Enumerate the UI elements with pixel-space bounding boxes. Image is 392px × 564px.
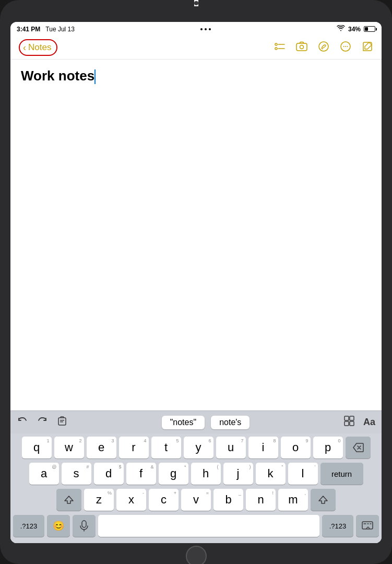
numbers-key-left[interactable]: .?123 — [13, 515, 44, 537]
keyboard-area: "notes" note's Aa — [10, 410, 382, 543]
key-c[interactable]: +c — [149, 489, 179, 511]
battery-fill — [365, 27, 368, 31]
note-content[interactable]: Work notes — [10, 60, 382, 410]
wifi-icon — [337, 25, 345, 33]
key-b[interactable]: _b — [213, 489, 243, 511]
suggestion-2[interactable]: note's — [211, 416, 250, 429]
key-a[interactable]: @a — [29, 463, 59, 485]
key-h[interactable]: (h — [191, 463, 221, 485]
key-k[interactable]: "k — [256, 463, 286, 485]
more-icon[interactable] — [340, 41, 351, 55]
key-i[interactable]: 8i — [248, 437, 278, 459]
status-left: 3:41 PM Tue Jul 13 — [17, 26, 75, 33]
checklist-icon[interactable] — [274, 41, 286, 55]
return-key[interactable]: return — [320, 463, 363, 485]
svg-rect-14 — [345, 416, 349, 420]
svg-rect-17 — [350, 421, 354, 426]
key-e[interactable]: 3e — [87, 437, 116, 459]
key-g[interactable]: *g — [159, 463, 188, 485]
nav-right — [274, 41, 373, 55]
key-y[interactable]: 6y — [184, 437, 213, 459]
font-icon[interactable]: Aa — [363, 417, 375, 428]
svg-point-1 — [275, 48, 277, 50]
key-row-4: .?123 😊 — [12, 515, 380, 537]
compose-icon[interactable] — [362, 41, 373, 55]
home-button-area — [186, 548, 207, 564]
redo-icon[interactable] — [37, 415, 48, 429]
status-bar: 3:41 PM Tue Jul 13 34% — [10, 22, 382, 37]
toolbar-left — [17, 415, 68, 429]
key-j[interactable]: )j — [223, 463, 253, 485]
status-right: 34% — [337, 25, 375, 33]
back-label: Notes — [28, 42, 51, 53]
svg-point-8 — [343, 46, 345, 47]
status-dot-2 — [205, 28, 207, 30]
numbers-key-right[interactable]: .?123 — [322, 515, 353, 537]
shift-key-right[interactable] — [311, 489, 336, 511]
status-center — [200, 28, 211, 30]
status-dot-3 — [209, 28, 211, 30]
svg-rect-15 — [350, 416, 354, 420]
clipboard-icon[interactable] — [56, 415, 68, 429]
status-time: 3:41 PM — [17, 26, 40, 33]
key-t[interactable]: 5t — [151, 437, 181, 459]
nav-left: ‹ Notes — [19, 39, 57, 56]
markup-icon[interactable] — [318, 41, 329, 55]
suggestions-bar: "notes" note's — [68, 416, 343, 429]
key-d[interactable]: $d — [94, 463, 124, 485]
status-dot-1 — [200, 28, 203, 30]
svg-point-10 — [347, 46, 348, 47]
keyboard-toolbar: "notes" note's Aa — [10, 410, 382, 433]
toolbar-right: Aa — [343, 415, 375, 429]
svg-point-0 — [275, 43, 277, 45]
undo-icon[interactable] — [17, 415, 28, 429]
key-o[interactable]: 9o — [281, 437, 311, 459]
note-title: Work notes — [21, 68, 371, 84]
svg-point-9 — [345, 46, 346, 47]
svg-rect-16 — [345, 421, 349, 426]
svg-point-5 — [300, 45, 304, 49]
svg-rect-13 — [60, 421, 63, 422]
key-s[interactable]: #s — [62, 463, 91, 485]
key-z[interactable]: %z — [84, 489, 114, 511]
svg-rect-4 — [296, 43, 307, 51]
top-bar — [194, 0, 198, 6]
keyboard: 1q 2w 3e 4r 5t 6y 7u 8i 9o 0p — [10, 433, 382, 543]
key-l[interactable]: 'l — [288, 463, 318, 485]
key-v[interactable]: =v — [181, 489, 211, 511]
key-row-1: 1q 2w 3e 4r 5t 6y 7u 8i 9o 0p — [12, 437, 380, 459]
key-row-3: %z -x +c =v _b !n ,m — [12, 489, 380, 511]
shift-key-left[interactable] — [56, 489, 81, 511]
home-button[interactable] — [186, 546, 207, 564]
text-cursor — [94, 69, 96, 84]
key-x[interactable]: -x — [116, 489, 146, 511]
camera-dot — [194, 1, 198, 5]
key-m[interactable]: ,m — [278, 489, 308, 511]
dictation-key[interactable] — [73, 515, 96, 537]
hide-keyboard-key[interactable] — [356, 515, 379, 537]
svg-point-6 — [319, 42, 328, 51]
key-u[interactable]: 7u — [216, 437, 246, 459]
battery-icon — [364, 26, 375, 32]
key-row-2: @a #s $d &f *g (h )j "k 'l return — [12, 463, 380, 485]
back-chevron-icon: ‹ — [23, 43, 26, 52]
key-q[interactable]: 1q — [22, 437, 52, 459]
delete-key[interactable] — [346, 437, 371, 459]
key-r[interactable]: 4r — [119, 437, 149, 459]
camera-icon[interactable] — [296, 41, 307, 55]
key-f[interactable]: &f — [126, 463, 156, 485]
svg-rect-18 — [82, 521, 86, 527]
grid-icon[interactable] — [343, 415, 355, 429]
key-p[interactable]: 0p — [313, 437, 343, 459]
nav-bar: ‹ Notes — [10, 37, 382, 60]
key-w[interactable]: 2w — [54, 437, 84, 459]
svg-rect-12 — [60, 420, 64, 421]
battery-percent: 34% — [348, 26, 361, 33]
suggestion-1[interactable]: "notes" — [162, 416, 205, 429]
device-screen: 3:41 PM Tue Jul 13 34% — [10, 22, 382, 543]
back-button[interactable]: ‹ Notes — [19, 39, 57, 56]
emoji-key[interactable]: 😊 — [47, 515, 70, 537]
space-key[interactable] — [98, 515, 319, 537]
key-n[interactable]: !n — [246, 489, 276, 511]
status-date: Tue Jul 13 — [45, 26, 75, 33]
